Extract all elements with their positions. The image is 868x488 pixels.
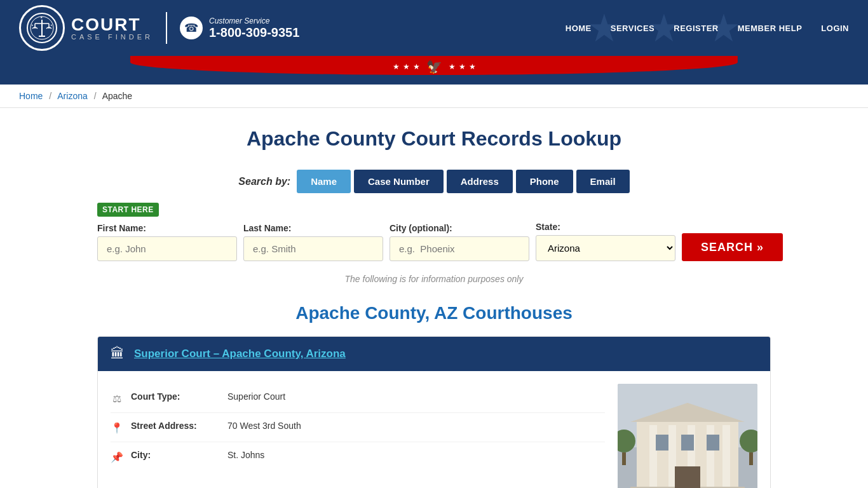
courthouse-building-icon: 🏛 [111, 346, 125, 362]
svg-rect-23 [707, 435, 719, 451]
search-by-label: Search by: [238, 176, 290, 187]
nav-services[interactable]: SERVICES [611, 24, 655, 33]
city-detail-value: St. Johns [227, 450, 264, 460]
last-name-label: Last Name: [243, 223, 383, 233]
svg-text:★: ★ [31, 24, 34, 27]
eagle-banner: ★ ★ ★ 🦅 ★ ★ ★ [393, 59, 476, 74]
state-select[interactable]: Arizona Alabama Alaska California Colora… [536, 235, 675, 261]
logo-text: COURT CASE FINDER [71, 16, 153, 41]
state-field: State: Arizona Alabama Alaska California… [536, 222, 675, 261]
breadcrumb-current: Apache [102, 91, 132, 101]
breadcrumb-arizona[interactable]: Arizona [57, 91, 87, 101]
street-address-value: 70 West 3rd South [227, 421, 301, 431]
court-type-label: Court Type: [131, 391, 220, 402]
eagle-icon: 🦅 [426, 59, 442, 74]
city-field: City (optional): [390, 223, 529, 261]
courthouse-details: ⚖ Court Type: Superior Court 📍 Street Ad… [111, 384, 605, 488]
svg-rect-14 [649, 425, 657, 488]
logo-area: ★ ★ ★ COURT CASE FINDER ☎ Customer Servi… [19, 5, 299, 51]
cs-text: Customer Service 1-800-309-9351 [209, 17, 299, 40]
logo-casefinder-label: CASE FINDER [71, 34, 153, 41]
state-label: State: [536, 222, 675, 232]
ribbon-wrap: ★ ★ ★ 🦅 ★ ★ ★ [0, 56, 868, 85]
main-nav: HOME SERVICES REGISTER MEMBER HELP LOGIN [566, 24, 849, 33]
tab-address[interactable]: Address [447, 170, 513, 193]
phone-icon: ☎ [180, 17, 203, 39]
search-by-row: Search by: Name Case Number Address Phon… [97, 170, 771, 193]
breadcrumb-sep-2: / [94, 91, 97, 101]
logo-court-label: COURT [71, 16, 153, 34]
info-text: The following is for information purpose… [97, 274, 771, 284]
nav-register[interactable]: REGISTER [674, 24, 718, 33]
search-form: First Name: Last Name: City (optional): … [97, 222, 771, 261]
cs-label: Customer Service [209, 17, 299, 25]
city-input[interactable] [390, 236, 529, 261]
page-title: Apache County Court Records Lookup [97, 127, 771, 151]
search-form-wrap: START HERE First Name: Last Name: City (… [97, 203, 771, 261]
cs-number: 1-800-309-9351 [209, 25, 299, 40]
court-type-value: Superior Court [227, 391, 285, 402]
breadcrumb-sep-1: / [49, 91, 51, 101]
svg-rect-24 [675, 466, 700, 488]
breadcrumb-home[interactable]: Home [19, 91, 43, 101]
tab-case-number[interactable]: Case Number [354, 170, 444, 193]
breadcrumb: Home / Arizona / Apache [0, 85, 868, 108]
courthouse-name-link[interactable]: Superior Court – Apache County, Arizona [134, 348, 346, 360]
courthouse-body: ⚖ Court Type: Superior Court 📍 Street Ad… [98, 371, 770, 488]
svg-rect-17 [707, 425, 714, 488]
logo-divider [166, 12, 167, 44]
nav-member-help[interactable]: MEMBER HELP [738, 24, 803, 33]
logo-badge: ★ ★ ★ [19, 5, 65, 51]
svg-rect-18 [722, 425, 730, 488]
detail-row-court-type: ⚖ Court Type: Superior Court [111, 384, 605, 413]
courthouse-image [618, 384, 757, 488]
eagle-stars-left: ★ ★ ★ [393, 62, 420, 71]
detail-row-street: 📍 Street Address: 70 West 3rd South [111, 413, 605, 442]
svg-rect-21 [656, 435, 668, 451]
tab-name[interactable]: Name [297, 170, 351, 193]
detail-row-city: 📌 City: St. Johns [111, 442, 605, 471]
first-name-label: First Name: [97, 223, 237, 233]
last-name-field: Last Name: [243, 223, 383, 261]
main-content: Apache County Court Records Lookup Searc… [85, 108, 783, 488]
svg-rect-27 [622, 452, 626, 465]
location-icon: 📍 [111, 422, 123, 434]
site-header: ★ ★ ★ COURT CASE FINDER ☎ Customer Servi… [0, 0, 868, 56]
svg-rect-22 [681, 435, 694, 451]
city-icon: 📌 [111, 451, 123, 463]
courthouse-header: 🏛 Superior Court – Apache County, Arizon… [98, 337, 770, 371]
eagle-stars-right: ★ ★ ★ [449, 62, 476, 71]
tab-phone[interactable]: Phone [516, 170, 573, 193]
city-detail-label: City: [131, 450, 220, 460]
nav-login[interactable]: LOGIN [821, 24, 849, 33]
svg-rect-28 [749, 452, 753, 465]
svg-text:★: ★ [50, 24, 53, 27]
start-here-badge: START HERE [97, 203, 159, 217]
city-label: City (optional): [390, 223, 529, 233]
svg-text:★: ★ [40, 15, 43, 19]
street-address-label: Street Address: [131, 421, 220, 431]
courthouses-title: Apache County, AZ Courthouses [97, 303, 771, 323]
customer-service: ☎ Customer Service 1-800-309-9351 [180, 17, 299, 40]
first-name-field: First Name: [97, 223, 237, 261]
first-name-input[interactable] [97, 236, 237, 261]
court-type-icon: ⚖ [111, 393, 123, 405]
last-name-input[interactable] [243, 236, 383, 261]
nav-home[interactable]: HOME [566, 24, 592, 33]
tab-email[interactable]: Email [576, 170, 630, 193]
search-button[interactable]: SEARCH » [682, 233, 783, 261]
courthouse-card: 🏛 Superior Court – Apache County, Arizon… [97, 336, 771, 488]
